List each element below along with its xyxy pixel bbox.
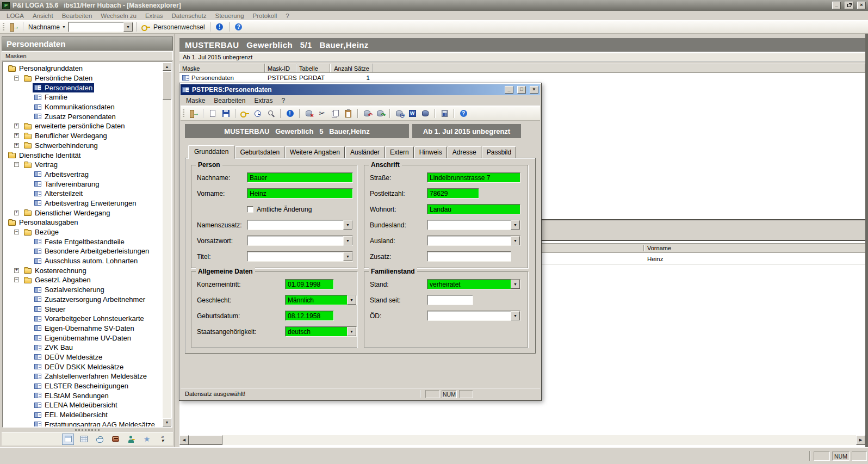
tree-item-dienstlicher-werdegang[interactable]: +Dienstlicher Werdegang [3, 208, 163, 218]
expand-icon[interactable]: + [14, 133, 19, 138]
personenwechsel-label[interactable]: Personenwechsel [153, 23, 205, 31]
combo-namenszusatz[interactable]: ▼ [247, 220, 353, 230]
search-field-selector[interactable]: Nachname ▼ [26, 23, 68, 31]
tree-item-personalausgaben[interactable]: Personalausgaben [3, 218, 163, 227]
menu-ansicht[interactable]: Ansicht [28, 13, 58, 19]
tree-vertical-scrollbar[interactable]: ▲ ▼ [163, 63, 171, 426]
tree-item-kommunikationsdaten[interactable]: Kommunikationsdaten [3, 102, 163, 112]
dropdown-arrow-icon[interactable]: ▼ [343, 236, 352, 245]
scroll-up-button[interactable]: ▲ [163, 63, 171, 71]
tree-item-altersteilzeit[interactable]: Altersteilzeit [3, 189, 163, 199]
dialog-minimize-button[interactable]: _ [505, 86, 513, 94]
combo-vorsatzwort[interactable]: ▼ [247, 236, 353, 246]
star-button[interactable]: ★ [141, 434, 153, 445]
column-header-maske[interactable]: Maske [179, 64, 265, 73]
combo-stand[interactable]: verheiratet▼ [427, 279, 520, 289]
menu-steuerung[interactable]: Steuerung [210, 13, 248, 19]
scroll-left-button[interactable]: ◀ [179, 435, 189, 445]
close-button[interactable]: × [857, 2, 866, 9]
tree-item-zusatzversorgung-arbeitnehmer[interactable]: Zusatzversorgung Arbeitnehmer [3, 295, 163, 305]
column-header-vorname[interactable]: Vorname [647, 244, 671, 252]
calculator-button[interactable] [438, 108, 450, 119]
input-postleitzahl[interactable]: 78629 [427, 188, 479, 199]
help-button[interactable]: ? [457, 108, 469, 119]
tree-item-sozialversicherung[interactable]: Sozialversicherung [3, 285, 163, 295]
collapse-icon[interactable]: − [14, 277, 19, 282]
column-header-anzahl-sätze[interactable]: Anzahl Sätze [330, 64, 373, 73]
info-button[interactable]: ! [214, 21, 226, 33]
toolbar-grip[interactable] [3, 23, 4, 32]
restore-button[interactable] [845, 2, 853, 9]
new-button[interactable] [207, 108, 219, 119]
db-redo-button[interactable] [374, 108, 386, 119]
combo-staatsangehörigkeit[interactable]: deutsch▼ [285, 326, 357, 337]
minimize-button[interactable]: _ [832, 2, 841, 9]
combo-öd[interactable]: ▼ [427, 311, 520, 321]
masken-bar[interactable]: Masken [2, 51, 173, 60]
tree-item-persönliche-daten[interactable]: −Persönliche Daten [3, 73, 163, 83]
tree-item-ausschluss-autom-lohnarten[interactable]: Ausschluss autom. Lohnarten [3, 256, 163, 266]
expand-icon[interactable]: + [14, 268, 19, 273]
tree-item-zvk-bau[interactable]: ZVK Bau [3, 343, 163, 352]
tree-item-bezüge[interactable]: −Bezüge [3, 227, 163, 237]
basket-button[interactable] [94, 434, 106, 445]
mask-table-row[interactable]: PersonendatenPSTPERSPGRDAT1 [179, 73, 865, 82]
menu-wechseln-zu[interactable]: Wechseln zu [96, 13, 141, 19]
expand-icon[interactable]: + [14, 143, 19, 148]
tab-hinweis[interactable]: Hinweis [414, 146, 447, 158]
input-nachname[interactable]: Bauer [247, 172, 353, 183]
tab-weitere-angaben[interactable]: Weitere Angaben [285, 146, 345, 158]
tree-item-gesetzl-abgaben[interactable]: −Gesetzl. Abgaben [3, 275, 163, 285]
word-button[interactable]: W [406, 108, 418, 119]
tree-item-besondere-arbeitgeberleistungen[interactable]: Besondere Arbeitgeberleistungen [3, 246, 163, 256]
info-button[interactable]: ! [284, 108, 296, 119]
dialog-maximize-button[interactable]: □ [517, 86, 526, 94]
dropdown-arrow-icon[interactable]: ▼ [347, 327, 356, 336]
cut-button[interactable]: ✂ [316, 108, 328, 119]
tab-extern[interactable]: Extern [385, 146, 414, 158]
input-geburtsdatum[interactable]: 08.12.1958 [285, 311, 334, 321]
tab-grunddaten[interactable]: Grunddaten [188, 145, 234, 159]
dropdown-arrow-icon[interactable]: ▼ [347, 295, 356, 305]
tree-item-beruflicher-werdegang[interactable]: +Beruflicher Werdegang [3, 131, 163, 141]
tab-adresse[interactable]: Adresse [448, 146, 481, 158]
tree-item-personalgrunddaten[interactable]: Personalgrunddaten [3, 64, 163, 73]
dialog-close-button[interactable]: × [530, 86, 538, 94]
tree-item-elstam-sendungen[interactable]: ELStAM Sendungen [3, 391, 163, 400]
db-table-button[interactable] [419, 108, 431, 119]
dropdown-arrow-icon[interactable]: ▼ [123, 22, 133, 32]
tree-item-deüv-meldesätze[interactable]: DEÜV Meldesätze [3, 352, 163, 362]
scroll-down-button[interactable]: ▼ [163, 418, 171, 426]
combo-ausland[interactable]: ▼ [427, 236, 520, 246]
dropdown-arrow-icon[interactable]: ▼ [343, 252, 352, 261]
tree-item-erstattungsantrag-aag-meldesätze[interactable]: Erstattungsantrag AAG Meldesätze [3, 419, 163, 426]
collapse-icon[interactable]: − [14, 162, 19, 167]
menu-extras[interactable]: Extras [141, 13, 168, 19]
dropdown-arrow-icon[interactable]: ▼ [511, 311, 520, 320]
scrollbar-thumb[interactable] [163, 71, 171, 100]
save-button[interactable] [220, 108, 232, 119]
dialog-titlebar[interactable]: PSTPERS:Personendaten _ □ × [181, 84, 540, 95]
input-stand-seit[interactable] [427, 295, 473, 305]
input-zusatz[interactable] [427, 251, 511, 262]
db-delete-button[interactable] [303, 108, 315, 119]
toolbar-grip[interactable] [183, 109, 184, 118]
dropdown-arrow-icon[interactable]: ▼ [511, 280, 520, 289]
menu-bearbeiten[interactable]: Bearbeiten [58, 13, 97, 19]
more-button[interactable]: »▾ [157, 434, 169, 445]
scrollbar-thumb[interactable] [189, 435, 222, 445]
tree-item-erweiterte-persönliche-daten[interactable]: +erweiterte persönliche Daten [3, 121, 163, 131]
dialog-menu-extras[interactable]: Extras [250, 97, 277, 104]
menu-protokoll[interactable]: Protokoll [249, 13, 282, 19]
paste-button[interactable] [342, 108, 354, 119]
help-button[interactable]: ? [233, 21, 245, 33]
copy-button[interactable] [329, 108, 341, 119]
clock-button[interactable] [252, 108, 264, 119]
tree-item-zusatz-personendaten[interactable]: Zusatz Personendaten [3, 112, 163, 121]
horizontal-scrollbar[interactable]: ◀ ▶ [179, 435, 865, 445]
printer-button[interactable] [109, 434, 121, 445]
person-key-button[interactable] [125, 434, 137, 445]
personenwechsel-key-button[interactable] [140, 21, 152, 33]
collapse-icon[interactable]: − [14, 76, 19, 81]
input-wohnort[interactable]: Landau [427, 204, 520, 214]
